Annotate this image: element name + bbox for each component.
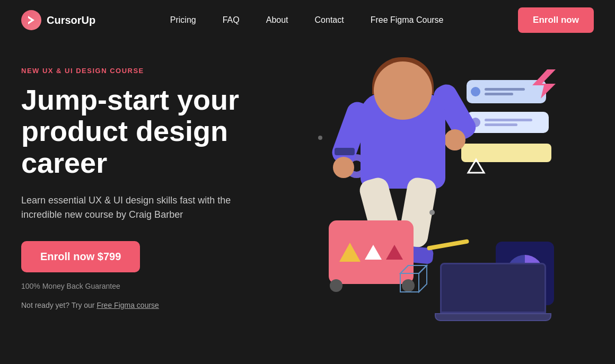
logo[interactable]: CursorUp — [21, 10, 95, 30]
money-back-text: 100% Money Back Guarantee — [21, 282, 286, 290]
nav-links: Pricing FAQ About Contact Free Figma Cou… — [170, 15, 444, 25]
ui-card-2 — [467, 112, 549, 133]
nav-contact[interactable]: Contact — [315, 15, 344, 25]
hero-section: NEW UX & UI DESIGN COURSE Jump-start you… — [0, 40, 615, 364]
hero-subtitle: Learn essential UX & UI design skills fa… — [21, 193, 249, 222]
logo-icon — [21, 10, 41, 30]
svg-line-6 — [400, 265, 408, 273]
card-line — [485, 93, 513, 95]
figma-course-link[interactable]: Free Figma course — [96, 301, 159, 309]
svg-rect-3 — [400, 273, 419, 292]
laptop-illustration — [435, 263, 551, 332]
nav-figma-course[interactable]: Free Figma Course — [371, 15, 444, 25]
logo-text: CursorUp — [47, 14, 95, 26]
svg-marker-2 — [468, 159, 484, 173]
nav-faq[interactable]: FAQ — [223, 15, 240, 25]
card-line — [485, 123, 517, 126]
card-line — [485, 88, 525, 91]
yellow-line-decoration — [427, 239, 469, 251]
triangle-white — [365, 245, 382, 260]
char-hand-right — [444, 129, 465, 150]
hero-enroll-button[interactable]: Enroll now $799 — [21, 241, 140, 272]
character — [286, 51, 562, 348]
laptop-screen — [440, 263, 546, 313]
not-ready-text: Not ready yet? Try our Free Figma course — [21, 301, 286, 309]
triangle-pink — [386, 245, 403, 260]
wristband — [335, 148, 355, 155]
svg-marker-0 — [28, 16, 34, 24]
svg-line-7 — [419, 265, 427, 273]
lightning-icon — [532, 69, 556, 99]
hero-illustration — [286, 61, 594, 364]
nav-about[interactable]: About — [266, 15, 288, 25]
card-line — [485, 119, 532, 121]
shirt-logo — [463, 154, 489, 181]
cube-wireframe — [392, 260, 429, 297]
svg-marker-1 — [532, 69, 556, 99]
char-hand-left — [333, 157, 354, 178]
dot-1 — [429, 210, 435, 215]
laptop-base — [435, 313, 551, 321]
card-dot — [471, 87, 480, 96]
hero-content: NEW UX & UI DESIGN COURSE Jump-start you… — [21, 61, 286, 309]
triangle-yellow — [339, 243, 361, 262]
course-tag: NEW UX & UI DESIGN COURSE — [21, 67, 286, 75]
dot-2 — [318, 136, 322, 140]
tablet-wheel-left — [330, 279, 342, 292]
hero-title: Jump-start your product design career — [21, 84, 286, 179]
navbar: CursorUp Pricing FAQ About Contact Free … — [0, 0, 615, 40]
nav-pricing[interactable]: Pricing — [170, 15, 196, 25]
char-head — [374, 61, 432, 120]
card-lines — [485, 119, 544, 126]
nav-enroll-button[interactable]: Enroll now — [518, 7, 594, 33]
